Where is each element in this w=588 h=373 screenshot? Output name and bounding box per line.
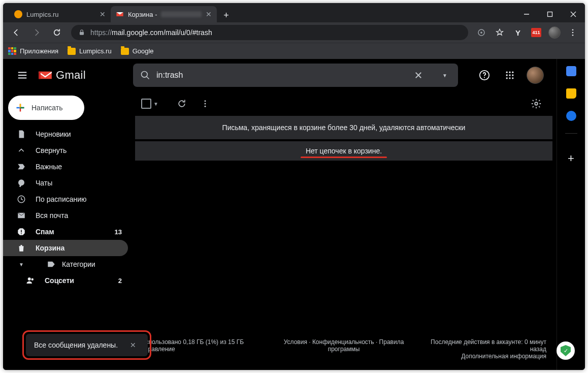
- kebab-icon[interactable]: [565, 24, 581, 41]
- site-info-icon[interactable]: [473, 24, 489, 41]
- chevron-up-icon: [16, 145, 26, 156]
- header-right: [474, 65, 554, 85]
- calendar-addon[interactable]: [566, 66, 576, 76]
- reload-button[interactable]: [48, 24, 66, 41]
- toast-annotation: Все сообщения удалены. ✕: [22, 330, 151, 360]
- tab-lumpics[interactable]: Lumpics.ru ✕: [9, 6, 111, 22]
- sidebar-item-scheduled[interactable]: По расписанию: [3, 191, 128, 207]
- sidebar-item-categories[interactable]: ▼Категории: [3, 256, 128, 272]
- gmail-logo[interactable]: Gmail: [38, 69, 86, 82]
- sidebar-item-important[interactable]: Важные: [3, 159, 128, 175]
- file-icon: [16, 129, 26, 139]
- close-window-button[interactable]: [562, 6, 585, 22]
- activity-details-link[interactable]: Дополнительная информация: [418, 353, 546, 360]
- left-column: Gmail Написать Черновики Свернуть Важные…: [3, 59, 133, 370]
- svg-point-38: [204, 100, 206, 102]
- svg-point-35: [506, 77, 508, 79]
- folder-icon: [121, 48, 129, 55]
- apps-shortcut[interactable]: Приложения: [8, 47, 58, 55]
- keep-addon[interactable]: [566, 88, 576, 99]
- sidebar-label: Важные: [36, 163, 62, 171]
- svg-rect-20: [21, 233, 22, 234]
- storage-manage-link[interactable]: Управление: [141, 346, 270, 353]
- sidebar-item-social[interactable]: Соцсети2: [3, 272, 128, 289]
- clear-search-button[interactable]: [408, 65, 429, 85]
- svg-point-39: [204, 103, 206, 105]
- apps-label: Приложения: [20, 47, 58, 55]
- svg-point-29: [506, 72, 508, 73]
- sidebar-item-spam[interactable]: Спам13: [3, 224, 128, 240]
- ext-badge-icon[interactable]: 411: [528, 24, 544, 41]
- footer-storage: Использовано 0,18 ГБ (1%) из 15 ГБ Управ…: [141, 338, 270, 360]
- settings-button[interactable]: [526, 94, 546, 114]
- browser-window: Lumpics.ru ✕ Корзина - ✕ + https: [3, 3, 585, 370]
- tab-title: Корзина -: [128, 11, 157, 18]
- svg-point-30: [509, 72, 510, 73]
- add-addon-button[interactable]: +: [568, 152, 574, 165]
- sidebar-item-collapse[interactable]: Свернуть: [3, 142, 128, 159]
- apps-grid-icon: [8, 47, 16, 55]
- sidebar-item-allmail[interactable]: Вся почта: [3, 207, 128, 224]
- main-panel: ▼ ▼ Письма, хранящиеся в корзине более 3…: [133, 59, 557, 370]
- svg-rect-10: [39, 72, 41, 79]
- more-button[interactable]: [195, 94, 215, 114]
- select-dropdown[interactable]: ▼: [153, 101, 158, 107]
- back-button[interactable]: [7, 24, 25, 41]
- svg-point-31: [512, 72, 513, 73]
- tasks-addon[interactable]: [566, 111, 576, 121]
- empty-text: Нет цепочек в корзине.: [306, 147, 382, 155]
- people-icon: [25, 275, 36, 286]
- sidebar-label: Вся почта: [36, 211, 68, 220]
- minimize-button[interactable]: [515, 6, 538, 22]
- toast-close-button[interactable]: ✕: [130, 341, 136, 349]
- maximize-button[interactable]: [538, 6, 562, 22]
- sidebar-count: 13: [115, 228, 122, 236]
- footer-activity: Последние действия в аккаунте: 0 минут н…: [418, 338, 546, 360]
- apps-launcher-button[interactable]: [500, 65, 520, 85]
- important-icon: [16, 162, 26, 172]
- sidebar: Написать Черновики Свернуть Важные Чаты …: [3, 91, 133, 289]
- sidebar-item-trash[interactable]: Корзина: [3, 240, 128, 256]
- activity-text: Последние действия в аккаунте: 0 минут н…: [418, 338, 546, 353]
- svg-point-40: [204, 106, 206, 107]
- close-icon[interactable]: ✕: [206, 10, 212, 18]
- search-bar[interactable]: ▼: [133, 64, 458, 87]
- profile-avatar[interactable]: [546, 24, 563, 41]
- security-badge[interactable]: ✓: [557, 341, 575, 360]
- account-avatar[interactable]: [525, 65, 545, 85]
- support-button[interactable]: [474, 65, 495, 85]
- header-row: ▼: [133, 59, 554, 91]
- sidebar-label: По расписанию: [36, 195, 87, 203]
- tab-subtitle-blurred: [161, 11, 202, 17]
- bookmark-folder-lumpics[interactable]: Lumpics.ru: [68, 47, 112, 55]
- sidebar-label: Черновики: [36, 130, 71, 138]
- compose-button[interactable]: Написать: [8, 96, 84, 120]
- window-controls: [515, 6, 585, 22]
- bookmark-folder-google[interactable]: Google: [121, 47, 154, 55]
- omnibox[interactable]: https://mail.google.com/mail/u/0/#trash: [71, 25, 468, 40]
- select-all-checkbox[interactable]: [141, 99, 151, 109]
- sidebar-item-chats[interactable]: Чаты: [3, 175, 128, 191]
- search-options-button[interactable]: ▼: [435, 65, 455, 85]
- mail-icon: [16, 210, 26, 221]
- main-menu-button[interactable]: [11, 64, 34, 86]
- footer-links[interactable]: Условия · Конфиденциальность · Правила п…: [280, 338, 408, 360]
- star-icon[interactable]: [492, 24, 508, 41]
- svg-point-9: [572, 35, 574, 36]
- tab-gmail[interactable]: Корзина - ✕: [111, 6, 217, 22]
- brand-text: Gmail: [56, 69, 86, 82]
- trash-icon: [16, 243, 26, 253]
- close-icon[interactable]: ✕: [100, 10, 106, 18]
- toast-text: Все сообщения удалены.: [34, 341, 118, 349]
- refresh-button[interactable]: [172, 94, 192, 114]
- search-input[interactable]: [156, 71, 402, 80]
- ext-y-icon[interactable]: Y: [510, 24, 526, 41]
- footer: Использовано 0,18 ГБ (1%) из 15 ГБ Управ…: [133, 328, 554, 370]
- sidebar-item-drafts[interactable]: Черновики: [3, 126, 128, 142]
- new-tab-button[interactable]: +: [219, 8, 233, 22]
- tab-title: Lumpics.ru: [26, 11, 59, 18]
- folder-icon: [68, 48, 76, 55]
- svg-point-8: [572, 32, 574, 34]
- svg-rect-1: [548, 12, 552, 17]
- forward-button[interactable]: [27, 24, 46, 41]
